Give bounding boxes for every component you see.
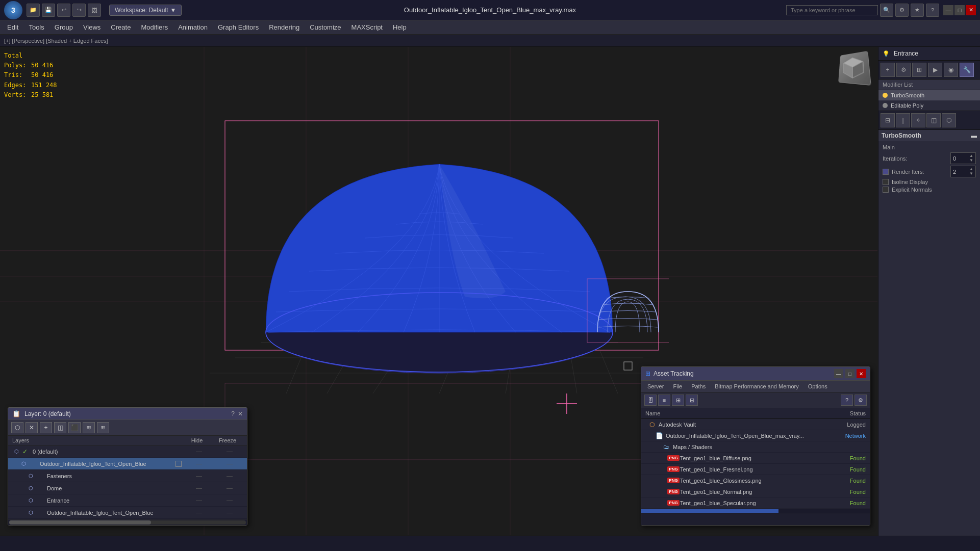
layer-tool-6[interactable]: ≋ <box>83 422 95 433</box>
asset-tool-4[interactable]: ⊟ <box>686 395 698 406</box>
layer-tool-5[interactable]: ⬛ <box>68 422 81 433</box>
menu-animation[interactable]: Animation <box>173 21 213 33</box>
asset-help-button[interactable]: ? <box>841 395 853 406</box>
layer-tool-delete[interactable]: ✕ <box>26 422 38 433</box>
asset-tool-3[interactable]: ⊞ <box>672 395 684 406</box>
layer-freeze-cell-5[interactable]: — <box>214 509 245 516</box>
menu-tools[interactable]: Tools <box>23 21 49 33</box>
menu-create[interactable]: Create <box>106 21 136 33</box>
layer-hide-cell-4[interactable]: — <box>184 497 214 504</box>
asset-menu-options[interactable]: Options <box>804 382 832 391</box>
layer-row-1[interactable]: ⬡Outdoor_Inflatable_Igloo_Tent_Open_Blue… <box>8 458 247 470</box>
menu-help[interactable]: Help <box>388 21 412 33</box>
layer-freeze-cell-3[interactable]: — <box>214 485 245 492</box>
asset-minimize-button[interactable]: — <box>834 369 843 378</box>
asset-maximize-button[interactable]: □ <box>845 369 855 378</box>
layer-freeze-cell-4[interactable]: — <box>214 497 245 504</box>
minimize-button[interactable]: — <box>943 5 953 15</box>
sub-object-btn-5[interactable]: ⬡ <box>942 113 956 127</box>
asset-tool-2[interactable]: ≡ <box>658 395 670 406</box>
collapse-turbosmooth-icon[interactable]: ▬ <box>971 132 977 139</box>
iterations-value-box[interactable]: 0 ▲▼ <box>950 152 976 164</box>
menu-modifiers[interactable]: Modifiers <box>136 21 173 33</box>
layer-hide-cell-0[interactable]: — <box>184 448 214 455</box>
asset-row-7[interactable]: PNGTent_geo1_blue_Specular.pngFound <box>641 497 870 509</box>
layer-hide-cell-3[interactable]: — <box>184 485 214 492</box>
help-button[interactable]: ? <box>926 4 939 17</box>
asset-tool-1[interactable]: 🗄 <box>644 395 657 406</box>
layer-row-5[interactable]: ⬡Outdoor_Inflatable_Igloo_Tent_Open_Blue… <box>8 507 247 519</box>
bookmark-button[interactable]: ★ <box>911 4 924 17</box>
layer-tool-1[interactable]: ⬡ <box>11 422 23 433</box>
layer-tool-4[interactable]: ◫ <box>54 422 66 433</box>
layer-row-3[interactable]: ⬡Dome—— <box>8 482 247 494</box>
render-iters-value-box[interactable]: 2 ▲▼ <box>950 166 976 177</box>
menu-views[interactable]: Views <box>78 21 106 33</box>
asset-row-1[interactable]: 📄Outdoor_Inflatable_Igloo_Tent_Open_Blue… <box>641 430 870 441</box>
render-iters-checkbox[interactable] <box>883 169 889 175</box>
utilities-icon[interactable]: 🔧 <box>960 63 974 77</box>
asset-menu-server[interactable]: Server <box>643 382 668 391</box>
asset-row-0[interactable]: ⬡Autodesk VaultLogged <box>641 419 870 430</box>
layer-hide-cell-5[interactable]: — <box>184 509 214 516</box>
sub-object-btn-1[interactable]: ⊟ <box>881 113 895 127</box>
render-iters-spinner[interactable]: ▲▼ <box>969 167 973 176</box>
menu-group[interactable]: Group <box>49 21 78 33</box>
sub-object-btn-2[interactable]: | <box>896 113 910 127</box>
layer-scrollbar[interactable] <box>8 519 247 525</box>
layer-freeze-cell-2[interactable]: — <box>214 473 245 480</box>
search-input[interactable] <box>786 5 878 15</box>
modifier-turbosmooth[interactable]: TurboSmooth <box>878 90 980 100</box>
redo-button[interactable]: ↪ <box>72 4 86 17</box>
layer-hide-cell-1[interactable]: — <box>184 460 214 467</box>
create-panel-icon[interactable]: + <box>881 63 895 77</box>
workspace-dropdown[interactable]: Workspace: Default ▼ <box>109 5 182 16</box>
asset-row-3[interactable]: PNGTent_geo1_blue_Diffuse.pngFound <box>641 453 870 464</box>
asset-row-6[interactable]: PNGTent_geo1_blue_Normal.pngFound <box>641 486 870 497</box>
modifier-list-label[interactable]: Modifier List <box>878 80 980 90</box>
motion-icon[interactable]: ▶ <box>928 63 942 77</box>
layer-hide-cell-2[interactable]: — <box>184 473 214 480</box>
menu-rendering[interactable]: Rendering <box>264 21 305 33</box>
layer-row-2[interactable]: ⬡Fasteners—— <box>8 470 247 482</box>
asset-row-2[interactable]: 🗂Maps / Shaders <box>641 441 870 453</box>
layer-close-button[interactable]: ✕ <box>238 410 243 417</box>
search-options-button[interactable]: ⚙ <box>895 4 909 17</box>
sub-object-btn-4[interactable]: ◫ <box>926 113 941 127</box>
menu-customize[interactable]: Customize <box>305 21 346 33</box>
layer-row-0[interactable]: ⬡✓0 (default)—— <box>8 445 247 458</box>
undo-button[interactable]: ↩ <box>57 4 70 17</box>
save-button[interactable]: 💾 <box>42 4 55 17</box>
sub-object-btn-3[interactable]: ✧ <box>911 113 925 127</box>
asset-row-4[interactable]: PNGTent_geo1_blue_Fresnel.pngFound <box>641 464 870 475</box>
asset-menu-bitmap[interactable]: Bitmap Performance and Memory <box>711 382 802 391</box>
nav-cube[interactable] <box>837 52 873 88</box>
display-icon[interactable]: ◉ <box>944 63 958 77</box>
render-button[interactable]: 🖼 <box>88 4 101 17</box>
asset-settings-button[interactable]: ⚙ <box>855 395 867 406</box>
menu-edit[interactable]: Edit <box>2 21 23 33</box>
maximize-button[interactable]: □ <box>954 5 965 15</box>
asset-menu-file[interactable]: File <box>669 382 686 391</box>
menu-maxscript[interactable]: MAXScript <box>346 21 388 33</box>
layer-freeze-cell-0[interactable]: — <box>214 448 245 455</box>
menu-graph-editors[interactable]: Graph Editors <box>213 21 264 33</box>
iterations-spinner[interactable]: ▲▼ <box>969 154 973 163</box>
close-button[interactable]: ✕ <box>966 5 976 15</box>
isoline-checkbox[interactable] <box>883 179 889 185</box>
hierarchy-icon[interactable]: ⊞ <box>912 63 926 77</box>
asset-row-5[interactable]: PNGTent_geo1_blue_Glossiness.pngFound <box>641 475 870 486</box>
asset-menu-paths[interactable]: Paths <box>687 382 710 391</box>
layer-row-4[interactable]: ⬡Entrance—— <box>8 494 247 507</box>
layer-tool-7[interactable]: ≋ <box>97 422 109 433</box>
layer-tool-add[interactable]: + <box>40 422 52 433</box>
layer-freeze-cell-1[interactable]: — <box>214 460 245 467</box>
open-button[interactable]: 📁 <box>27 4 40 17</box>
modifier-editable-poly[interactable]: Editable Poly <box>878 100 980 111</box>
layer-help-button[interactable]: ? <box>231 410 235 417</box>
search-button[interactable]: 🔍 <box>880 4 893 17</box>
modify-panel-icon[interactable]: ⚙ <box>896 63 911 77</box>
explicit-normals-checkbox[interactable] <box>883 187 889 193</box>
asset-close-button[interactable]: ✕ <box>857 369 866 378</box>
layer-square-1[interactable] <box>175 461 182 467</box>
